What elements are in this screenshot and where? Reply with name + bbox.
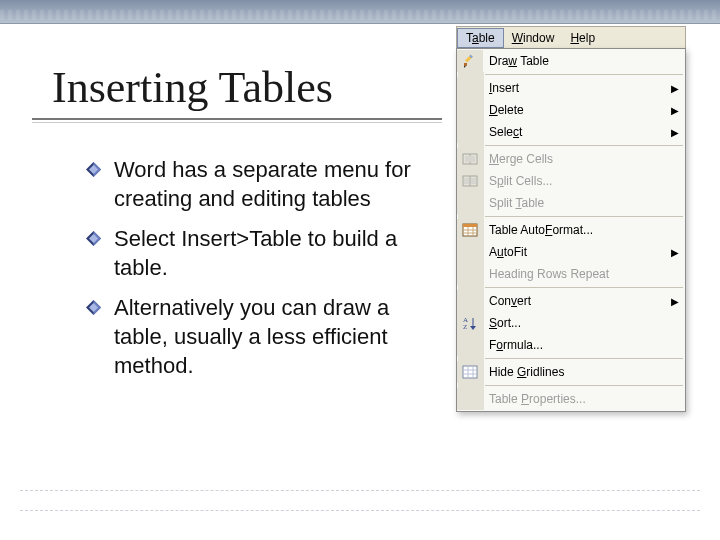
menu-item-label: Heading Rows Repeat xyxy=(483,267,669,281)
menu-item-label: Hide Gridlines xyxy=(483,365,669,379)
menu-item-hide-gridlines[interactable]: Hide Gridlines xyxy=(457,361,685,383)
menu-separator xyxy=(485,287,683,288)
bullet-text: Select Insert>Table to build a table. xyxy=(114,226,397,280)
menu-item-label: AutoFit xyxy=(483,245,669,259)
menu-item-label: Formula... xyxy=(483,338,669,352)
bullet-item: Alternatively you can draw a table, usua… xyxy=(86,294,436,380)
gridlines-icon xyxy=(462,364,478,380)
blank xyxy=(457,99,483,121)
merge-cells-icon xyxy=(462,151,478,167)
sort-icon xyxy=(462,315,478,331)
submenu-arrow-icon: ▶ xyxy=(669,83,685,94)
blank xyxy=(457,192,483,214)
pencil-icon xyxy=(462,53,478,69)
menu-item-label: Split Cells... xyxy=(483,174,669,188)
table-menu-panel: TableWindowHelp Draw TableInsert▶Delete▶… xyxy=(456,26,686,412)
blank xyxy=(457,388,483,410)
menu-item-insert[interactable]: Insert▶ xyxy=(457,77,685,99)
menu-item-label: Split Table xyxy=(483,196,669,210)
menu-item-label: Delete xyxy=(483,103,669,117)
menu-item-label: Table AutoFormat... xyxy=(483,223,669,237)
menu-item-split-cells: Split Cells... xyxy=(457,170,685,192)
submenu-arrow-icon: ▶ xyxy=(669,296,685,307)
menu-item-select[interactable]: Select▶ xyxy=(457,121,685,143)
split-cells-icon xyxy=(457,170,483,192)
slide: Inserting Tables Word has a separate men… xyxy=(0,0,720,540)
submenu-arrow-icon: ▶ xyxy=(669,247,685,258)
autoformat-icon xyxy=(462,222,478,238)
menu-item-delete[interactable]: Delete▶ xyxy=(457,99,685,121)
slide-top-band xyxy=(0,0,720,24)
menubar: TableWindowHelp xyxy=(456,26,686,48)
menu-separator xyxy=(485,385,683,386)
footer-rule xyxy=(20,510,700,511)
pencil-icon xyxy=(457,50,483,72)
menu-item-split-table: Split Table xyxy=(457,192,685,214)
menu-separator xyxy=(485,74,683,75)
bullet-text: Alternatively you can draw a table, usua… xyxy=(114,295,389,377)
blank xyxy=(457,121,483,143)
menu-item-label: Insert xyxy=(483,81,669,95)
diamond-bullet-icon xyxy=(86,162,101,177)
table-menu-dropdown: Draw TableInsert▶Delete▶Select▶Merge Cel… xyxy=(456,48,686,412)
footer-rule xyxy=(20,490,700,491)
menubar-item-table[interactable]: Table xyxy=(457,28,504,48)
diamond-bullet-icon xyxy=(86,231,101,246)
menu-item-label: Select xyxy=(483,125,669,139)
menu-item-label: Draw Table xyxy=(483,54,669,68)
menu-item-label: Convert xyxy=(483,294,669,308)
menu-item-autofit[interactable]: AutoFit▶ xyxy=(457,241,685,263)
submenu-arrow-icon: ▶ xyxy=(669,105,685,116)
bullet-item: Select Insert>Table to build a table. xyxy=(86,225,436,282)
menu-item-merge-cells: Merge Cells xyxy=(457,148,685,170)
sort-icon xyxy=(457,312,483,334)
blank xyxy=(457,241,483,263)
menubar-item-window[interactable]: Window xyxy=(504,29,563,47)
gridlines-icon xyxy=(457,361,483,383)
menu-separator xyxy=(485,216,683,217)
menu-item-label: Table Properties... xyxy=(483,392,669,406)
menu-item-label: Sort... xyxy=(483,316,669,330)
bullet-item: Word has a separate menu for creating an… xyxy=(86,156,436,213)
blank xyxy=(457,77,483,99)
title-underline xyxy=(32,118,442,120)
menu-item-draw-table[interactable]: Draw Table xyxy=(457,50,685,72)
submenu-arrow-icon: ▶ xyxy=(669,127,685,138)
split-cells-icon xyxy=(462,173,478,189)
page-title: Inserting Tables xyxy=(52,62,333,113)
blank xyxy=(457,334,483,356)
menu-item-sort[interactable]: Sort... xyxy=(457,312,685,334)
bullet-text: Word has a separate menu for creating an… xyxy=(114,157,411,211)
menu-item-convert[interactable]: Convert▶ xyxy=(457,290,685,312)
menu-item-table-properties: Table Properties... xyxy=(457,388,685,410)
menu-separator xyxy=(485,358,683,359)
diamond-bullet-icon xyxy=(86,300,101,315)
autoformat-icon xyxy=(457,219,483,241)
merge-cells-icon xyxy=(457,148,483,170)
menu-item-label: Merge Cells xyxy=(483,152,669,166)
blank xyxy=(457,290,483,312)
menu-item-formula[interactable]: Formula... xyxy=(457,334,685,356)
menu-item-heading-rows-repeat: Heading Rows Repeat xyxy=(457,263,685,285)
menubar-item-help[interactable]: Help xyxy=(562,29,603,47)
menu-separator xyxy=(485,145,683,146)
bullet-list: Word has a separate menu for creating an… xyxy=(86,156,436,392)
menu-item-table-autoformat[interactable]: Table AutoFormat... xyxy=(457,219,685,241)
blank xyxy=(457,263,483,285)
